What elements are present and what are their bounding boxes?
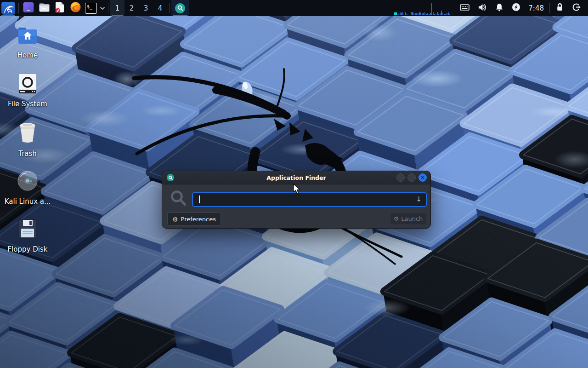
dropdown-arrow-icon[interactable]: ↓ (416, 195, 422, 203)
desktop-icon-floppy-disk[interactable]: Floppy Disk (6, 219, 50, 253)
workspace-button-2[interactable]: 2 (124, 0, 139, 16)
workspace-label: 4 (158, 4, 163, 12)
maximize-button[interactable] (407, 173, 416, 182)
lock-icon (556, 3, 564, 13)
launch-button[interactable]: ⚙ Launch (390, 213, 426, 225)
launch-button-label: Launch (401, 215, 423, 222)
launch-gears-icon: ⚙ (394, 216, 399, 222)
logout-button[interactable] (568, 0, 585, 16)
bell-icon (495, 3, 503, 13)
desktop-icon-home[interactable]: Home (6, 27, 50, 59)
clock[interactable]: 7:48 (525, 4, 548, 12)
application-finder-dialog: Application Finder ✕ ↓ ⚙ Preferences ⚙ L… (162, 171, 431, 229)
launcher-terminal[interactable]: $_ (83, 0, 99, 16)
trash-icon (17, 121, 38, 145)
kali-desktop: $_ 1 2 3 4 (0, 0, 588, 368)
applications-menu-button[interactable] (0, 0, 17, 16)
desktop-icon-trash[interactable]: Trash (6, 121, 50, 158)
terminal-icon: $_ (85, 3, 97, 14)
cd-disc-icon (17, 170, 38, 193)
launcher-firefox[interactable] (68, 0, 83, 16)
keyboard-indicator[interactable] (456, 0, 474, 16)
terminal-dropdown-button[interactable] (99, 0, 106, 16)
window-title: Application Finder (162, 174, 430, 181)
text-caret (199, 196, 200, 203)
logout-icon (572, 3, 581, 13)
titlebar[interactable]: Application Finder ✕ (162, 171, 430, 184)
file-manager-icon (39, 2, 50, 15)
launcher-window-manager[interactable] (21, 0, 36, 16)
floppy-disk-icon (17, 219, 38, 241)
desktop-icon-label: Home (17, 51, 38, 59)
search-input[interactable]: ↓ (192, 192, 427, 207)
panel-separator (169, 3, 170, 13)
preferences-button-label: Preferences (181, 216, 216, 223)
window-manager-icon (23, 2, 34, 15)
appfinder-window-icon (167, 174, 174, 181)
kali-dragon-icon (1, 2, 15, 15)
workspace-label: 2 (130, 4, 134, 12)
volume-control[interactable] (474, 0, 491, 16)
desktop-icon-label: Floppy Disk (8, 245, 48, 253)
panel-separator (108, 3, 108, 13)
search-icon (170, 190, 188, 210)
keyboard-indicator-icon (460, 4, 469, 13)
panel-separator (18, 3, 19, 13)
preferences-button[interactable]: ⚙ Preferences (167, 213, 221, 226)
search-icon (175, 3, 185, 13)
minimize-button[interactable] (396, 173, 405, 182)
close-button[interactable]: ✕ (418, 173, 427, 182)
terminal-prompt: $_ (85, 3, 92, 9)
desktop-icon-label: Kali Linux a... (5, 197, 51, 206)
cpu-graph[interactable] (394, 0, 451, 16)
workspace-button-1[interactable]: 1 (110, 0, 124, 16)
lock-screen-button[interactable] (552, 0, 568, 16)
panel-separator (549, 3, 550, 13)
appfinder-panel-button[interactable] (171, 0, 189, 16)
desktop-icon-file-system[interactable]: File System (6, 74, 50, 108)
volume-icon (478, 3, 487, 13)
notifications[interactable] (491, 0, 508, 16)
workspace-label: 1 (115, 4, 120, 12)
mouse-cursor (293, 184, 303, 196)
firefox-icon (70, 1, 81, 15)
desktop-icon-label: File System (8, 100, 47, 108)
desktop-icon-kali-linux[interactable]: Kali Linux a... (6, 170, 50, 206)
gear-icon: ⚙ (172, 216, 178, 223)
workspace-button-4[interactable]: 4 (153, 0, 167, 16)
power-manager[interactable] (508, 0, 525, 16)
text-editor-icon (54, 1, 65, 15)
launcher-file-manager[interactable] (36, 0, 52, 16)
power-manager-icon (512, 3, 520, 13)
chevron-down-icon (100, 4, 105, 12)
desktop-icon-label: Trash (18, 150, 37, 158)
home-folder-icon (17, 27, 38, 47)
workspace-label: 3 (144, 4, 148, 12)
hard-drive-icon (18, 74, 37, 96)
launcher-text-editor[interactable] (52, 0, 68, 16)
top-panel: $_ 1 2 3 4 (0, 0, 588, 16)
workspace-button-3[interactable]: 3 (139, 0, 153, 16)
